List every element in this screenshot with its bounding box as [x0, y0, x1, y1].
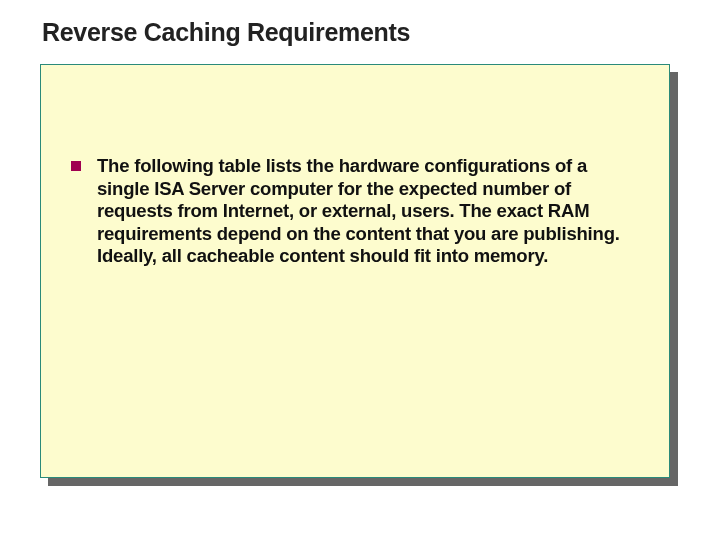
slide: Reverse Caching Requirements The followi… [0, 0, 720, 540]
body-text: The following table lists the hardware c… [97, 155, 641, 268]
square-bullet-icon [71, 161, 81, 171]
slide-title: Reverse Caching Requirements [42, 18, 410, 47]
content-box: The following table lists the hardware c… [40, 64, 670, 478]
bullet-item: The following table lists the hardware c… [71, 155, 641, 268]
